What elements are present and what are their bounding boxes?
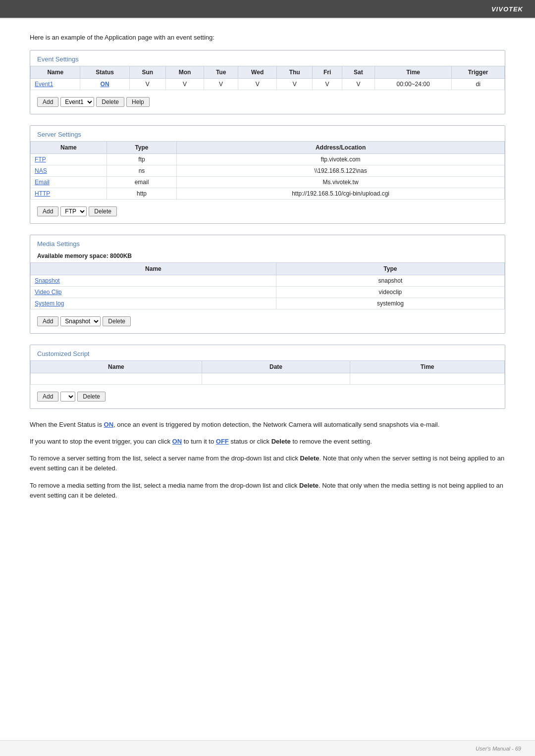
event-col-tue: Tue [204, 66, 238, 79]
main-content: Here is an example of the Application pa… [0, 19, 535, 527]
body-paragraph-2: If you want to stop the event trigger, y… [30, 437, 505, 447]
media-dropdown[interactable]: Snapshot [60, 316, 101, 326]
media-row-snapshot: Snapshot snapshot [31, 275, 505, 287]
event-col-status: Status [80, 66, 129, 79]
event-status: ON [80, 79, 129, 90]
media-row-videoclip: Video Clip videoclip [31, 287, 505, 298]
media-row-syslog: System log systemlog [31, 298, 505, 309]
server-col-name: Name [31, 142, 107, 154]
server-http-address: http://192.168.5.10/cgi-bin/upload.cgi [177, 188, 505, 200]
server-ftp-address: ftp.vivotek.com [177, 154, 505, 165]
customized-script-title: Customized Script [30, 345, 505, 360]
server-http-type: http [107, 188, 176, 200]
media-videoclip-type: videoclip [276, 287, 504, 298]
event-col-fri: Fri [313, 66, 342, 79]
media-syslog-type: systemlog [276, 298, 504, 309]
server-nas-address: \\192.168.5.122\nas [177, 165, 505, 177]
event-fri: V [313, 79, 342, 90]
media-controls: Add Snapshot Delete [30, 314, 505, 326]
server-email-type: email [107, 177, 176, 188]
server-row-http: HTTP http http://192.168.5.10/cgi-bin/up… [31, 188, 505, 200]
event-wed: V [238, 79, 277, 90]
server-email-name: Email [31, 177, 107, 188]
body-delete-bold-3: Delete [299, 482, 319, 489]
header-bar: VIVOTEK [0, 0, 535, 18]
footer-label: User's Manual - 69 [476, 746, 521, 752]
body-paragraph-3: To remove a server setting from the list… [30, 454, 505, 473]
event-sat: V [342, 79, 374, 90]
event-controls: Add Event1 Delete Help [30, 95, 505, 107]
media-videoclip-link[interactable]: Video Clip [35, 289, 61, 296]
event-settings-table: Name Status Sun Mon Tue Wed Thu Fri Sat … [30, 66, 505, 90]
body-paragraph-4: To remove a media setting from the list,… [30, 481, 505, 501]
script-col-time: Time [350, 361, 505, 373]
server-http-link[interactable]: HTTP [35, 190, 50, 197]
script-col-date: Date [202, 361, 350, 373]
media-snapshot-type: snapshot [276, 275, 504, 287]
server-row-nas: NAS ns \\192.168.5.122\nas [31, 165, 505, 177]
media-settings-box: Media Settings Available memory space: 8… [30, 235, 505, 334]
event-sun: V [129, 79, 165, 90]
server-settings-table: Name Type Address/Location FTP ftp ftp.v… [30, 141, 505, 200]
media-delete-button[interactable]: Delete [103, 316, 131, 326]
media-syslog-link[interactable]: System log [35, 300, 64, 307]
event-thu: V [277, 79, 313, 90]
server-col-type: Type [107, 142, 176, 154]
media-col-type: Type [276, 263, 504, 275]
event-tue: V [204, 79, 238, 90]
script-delete-button[interactable]: Delete [77, 392, 106, 402]
event-col-sun: Sun [129, 66, 165, 79]
body-off-link[interactable]: OFF [216, 438, 229, 445]
script-empty-row [31, 373, 505, 385]
event-mon: V [166, 79, 204, 90]
media-settings-title: Media Settings [30, 235, 505, 251]
media-syslog-name: System log [31, 298, 276, 309]
media-snapshot-name: Snapshot [31, 275, 276, 287]
server-email-link[interactable]: Email [35, 179, 50, 186]
script-dropdown[interactable] [60, 392, 75, 402]
script-controls: Add Delete [30, 390, 505, 402]
event-add-button[interactable]: Add [37, 97, 58, 107]
server-col-address: Address/Location [177, 142, 505, 154]
body-paragraph-1: When the Event Status is ON, once an eve… [30, 420, 505, 430]
media-snapshot-link[interactable]: Snapshot [35, 277, 60, 284]
server-ftp-link[interactable]: FTP [35, 156, 46, 163]
server-add-button[interactable]: Add [37, 206, 58, 216]
event-row: Event1 ON V V V V V V V 00:00~24:00 di [31, 79, 505, 90]
script-empty-date [202, 373, 350, 385]
server-settings-title: Server Settings [30, 126, 505, 141]
server-nas-link[interactable]: NAS [35, 167, 47, 174]
event-col-wed: Wed [238, 66, 277, 79]
script-add-button[interactable]: Add [37, 392, 58, 402]
customized-script-table: Name Date Time [30, 360, 505, 385]
event-col-trigger: Trigger [452, 66, 505, 79]
event-help-button[interactable]: Help [126, 97, 150, 107]
body-on-link-2[interactable]: ON [172, 438, 182, 445]
body-on-link-1[interactable]: ON [104, 421, 114, 428]
server-http-name: HTTP [31, 188, 107, 200]
server-dropdown[interactable]: FTP [60, 206, 87, 216]
server-row-email: Email email Ms.vivotek.tw [31, 177, 505, 188]
server-delete-button[interactable]: Delete [89, 206, 117, 216]
event-delete-button[interactable]: Delete [96, 97, 124, 107]
script-col-name: Name [31, 361, 202, 373]
event-name-link[interactable]: Event1 [35, 81, 53, 88]
media-settings-table: Name Type Snapshot snapshot Video Clip v… [30, 262, 505, 309]
event-dropdown[interactable]: Event1 [60, 97, 94, 107]
event-status-link[interactable]: ON [101, 81, 109, 88]
event-time: 00:00~24:00 [374, 79, 451, 90]
event-name: Event1 [31, 79, 80, 90]
server-ftp-type: ftp [107, 154, 176, 165]
intro-text: Here is an example of the Application pa… [30, 34, 505, 41]
media-add-button[interactable]: Add [37, 316, 58, 326]
script-empty-time [350, 373, 505, 385]
server-settings-box: Server Settings Name Type Address/Locati… [30, 125, 505, 224]
server-row-ftp: FTP ftp ftp.vivotek.com [31, 154, 505, 165]
event-settings-title: Event Settings [30, 50, 505, 66]
server-ftp-name: FTP [31, 154, 107, 165]
event-col-mon: Mon [166, 66, 204, 79]
server-controls: Add FTP Delete [30, 204, 505, 216]
media-videoclip-name: Video Clip [31, 287, 276, 298]
event-trigger: di [452, 79, 505, 90]
body-delete-bold-1: Delete [271, 438, 291, 445]
